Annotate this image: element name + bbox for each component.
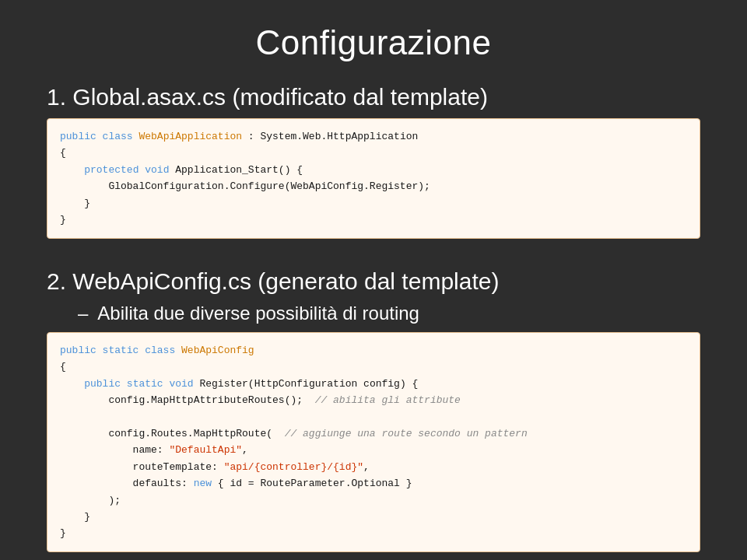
code-line: }: [60, 525, 687, 541]
code-line: }: [60, 195, 687, 212]
code-line: routeTemplate: "api/{controller}/{id}",: [60, 459, 687, 475]
code-line: GlobalConfiguration.Configure(WebApiConf…: [60, 178, 687, 194]
slide-title: Configurazione: [47, 23, 700, 62]
code-line: );: [60, 492, 687, 509]
bullet-item: – Abilita due diverse possibilità di rou…: [78, 303, 700, 324]
code-line: protected void Application_Start() {: [60, 162, 687, 178]
code-block-2: public static class WebApiConfig { publi…: [47, 332, 700, 552]
code-line: public class WebApiApplication : System.…: [60, 128, 687, 145]
code-line: defaults: new { id = RouteParameter.Opti…: [60, 475, 687, 492]
bullet-text: Abilita due diverse possibilità di routi…: [97, 303, 419, 324]
code-line: }: [60, 212, 687, 228]
code-line: {: [60, 359, 687, 375]
code-line: {: [60, 145, 687, 161]
code-line: }: [60, 509, 687, 525]
code-line: [60, 408, 687, 425]
bullet-dash: –: [78, 303, 88, 324]
code-line: config.Routes.MapHttpRoute( // aggiunge …: [60, 425, 687, 442]
section-1: 1. Global.asax.cs (modificato dal templa…: [47, 84, 700, 254]
code-block-1: public class WebApiApplication : System.…: [47, 118, 700, 239]
section-1-heading: 1. Global.asax.cs (modificato dal templa…: [47, 84, 700, 110]
code-line: public static void Register(HttpConfigur…: [60, 376, 687, 392]
section-2-heading: 2. WebApiConfig.cs (generato dal templat…: [47, 268, 700, 295]
code-line: public static class WebApiConfig: [60, 342, 687, 359]
code-line: name: "DefaultApi",: [60, 442, 687, 458]
code-line: config.MapHttpAttributeRoutes(); // abil…: [60, 392, 687, 408]
section-2: 2. WebApiConfig.cs (generato dal templat…: [47, 268, 700, 560]
